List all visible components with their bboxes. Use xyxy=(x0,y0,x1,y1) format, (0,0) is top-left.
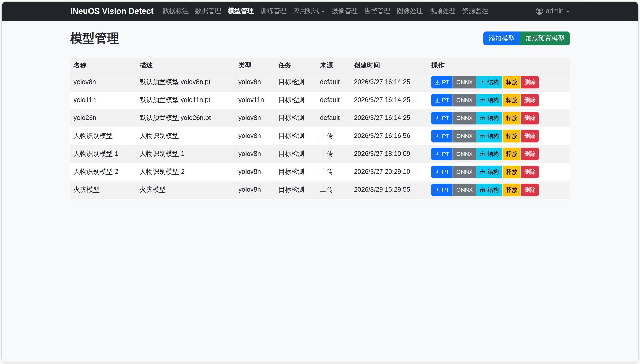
brand-logo[interactable]: iNeuOS Vision Detect xyxy=(70,6,154,16)
delete-button-label: 删除 xyxy=(524,167,536,176)
load-preset-model-button[interactable]: 加载预置模型 xyxy=(520,31,570,45)
cell-source: 上传 xyxy=(317,145,351,163)
download-pt-button[interactable]: PT xyxy=(431,112,453,124)
page-actions: 添加模型 加载预置模型 xyxy=(483,31,570,45)
delete-button[interactable]: 删除 xyxy=(521,183,539,196)
download-icon xyxy=(435,151,440,157)
add-model-button[interactable]: 添加模型 xyxy=(483,31,520,45)
download-pt-button[interactable]: PT xyxy=(431,147,453,160)
structure-button[interactable]: 结构 xyxy=(477,183,502,196)
release-button-label: 释放 xyxy=(506,149,517,158)
cell-actions: PT ONNX 结构 释放 删除 xyxy=(428,127,570,145)
column-header-created: 创建时间 xyxy=(351,58,428,73)
cell-source: default xyxy=(317,73,351,91)
cell-task: 目标检测 xyxy=(275,181,317,199)
main-content: 模型管理 添加模型 加载预置模型 名称 描述 类型 任务 xyxy=(70,31,570,199)
download-icon xyxy=(435,187,440,193)
nav-item-camera-management[interactable]: 摄像管理 xyxy=(328,5,361,18)
table-row: 人物识别模型-2 人物识别模型-2 yolov8n 目标检测 上传 2026/3… xyxy=(70,163,570,181)
structure-button[interactable]: 结构 xyxy=(477,112,502,124)
column-header-type: 类型 xyxy=(235,58,275,73)
nav-item-model-management[interactable]: 模型管理 xyxy=(224,5,257,18)
column-header-source: 来源 xyxy=(317,58,351,73)
release-button-label: 释放 xyxy=(506,185,517,194)
table-row: 火灾模型 火灾模型 yolov8n 目标检测 上传 2026/3/29 15:2… xyxy=(70,181,570,199)
nav-item-training-management[interactable]: 训练管理 xyxy=(257,5,290,18)
delete-button[interactable]: 删除 xyxy=(521,147,539,160)
structure-button[interactable]: 结构 xyxy=(477,94,502,106)
onnx-button[interactable]: ONNX xyxy=(453,76,476,88)
download-pt-button[interactable]: PT xyxy=(431,129,453,142)
structure-button[interactable]: 结构 xyxy=(477,76,502,88)
diagram-icon xyxy=(480,79,485,85)
cell-task: 目标检测 xyxy=(275,145,317,163)
cell-actions: PT ONNX 结构 释放 删除 xyxy=(428,109,570,127)
release-button[interactable]: 释放 xyxy=(503,94,520,106)
onnx-button[interactable]: ONNX xyxy=(453,165,476,178)
scale-wrapper: iNeuOS Vision Detect 数据标注 数据管理 模型管理 训练管理… xyxy=(0,0,640,364)
release-button[interactable]: 释放 xyxy=(503,76,520,88)
cell-actions: PT ONNX 结构 释放 删除 xyxy=(428,91,570,109)
cell-name: 人物识别模型 xyxy=(70,127,136,145)
delete-button[interactable]: 删除 xyxy=(521,165,539,178)
cell-type: yolov8n xyxy=(235,109,275,127)
onnx-button[interactable]: ONNX xyxy=(453,129,476,142)
nav-item-image-processing[interactable]: 图像处理 xyxy=(393,5,426,18)
download-pt-button[interactable]: PT xyxy=(431,76,453,88)
nav-item-label: 模型管理 xyxy=(228,6,254,16)
cell-source: 上传 xyxy=(317,181,351,199)
delete-button-label: 删除 xyxy=(524,149,536,158)
user-menu[interactable]: admin xyxy=(536,7,570,15)
person-circle-icon xyxy=(536,8,543,15)
cell-name: yolo26n xyxy=(70,109,136,127)
structure-button-label: 结构 xyxy=(487,167,499,176)
release-button[interactable]: 释放 xyxy=(503,165,520,178)
cell-source: default xyxy=(317,91,351,109)
cell-created: 2026/3/27 20:29:10 xyxy=(351,163,428,181)
cell-name: 人物识别模型-2 xyxy=(70,163,136,181)
release-button[interactable]: 释放 xyxy=(503,129,520,142)
nav-item-video-processing[interactable]: 视频处理 xyxy=(426,5,459,18)
cell-name: 火灾模型 xyxy=(70,181,136,199)
nav-item-alert-management[interactable]: 告警管理 xyxy=(361,5,393,18)
download-pt-button[interactable]: PT xyxy=(431,94,453,106)
release-button[interactable]: 释放 xyxy=(503,147,520,160)
pt-button-label: PT xyxy=(442,78,449,86)
delete-button-label: 删除 xyxy=(524,114,536,122)
cell-created: 2026/3/27 16:14:25 xyxy=(351,91,428,109)
download-pt-button[interactable]: PT xyxy=(431,183,453,196)
row-action-group: PT ONNX 结构 释放 删除 xyxy=(431,183,567,196)
onnx-button[interactable]: ONNX xyxy=(453,112,476,124)
nav-item-application-test[interactable]: 应用测试 xyxy=(290,5,328,18)
onnx-button[interactable]: ONNX xyxy=(453,147,476,160)
delete-button[interactable]: 删除 xyxy=(521,112,539,124)
download-icon xyxy=(435,169,440,175)
cell-type: yolov8n xyxy=(235,163,275,181)
cell-desc: 默认预置模型 yolo11n.pt xyxy=(136,91,235,109)
release-button-label: 释放 xyxy=(506,167,517,176)
structure-button[interactable]: 结构 xyxy=(477,165,502,178)
cell-desc: 默认预置模型 yolov8n.pt xyxy=(136,73,235,91)
delete-button[interactable]: 删除 xyxy=(521,129,539,142)
table-row: yolo11n 默认预置模型 yolo11n.pt yolov11n 目标检测 … xyxy=(70,91,570,109)
nav-item-data-annotation[interactable]: 数据标注 xyxy=(159,5,192,18)
structure-button[interactable]: 结构 xyxy=(477,147,502,160)
download-pt-button[interactable]: PT xyxy=(431,165,453,178)
nav-item-resource-monitoring[interactable]: 资源监控 xyxy=(459,5,491,18)
structure-button[interactable]: 结构 xyxy=(477,129,502,142)
onnx-button[interactable]: ONNX xyxy=(453,94,476,106)
nav-item-data-management[interactable]: 数据管理 xyxy=(192,5,224,18)
download-icon xyxy=(435,97,440,103)
onnx-button[interactable]: ONNX xyxy=(453,183,476,196)
cell-name: yolov8n xyxy=(70,73,136,91)
release-button[interactable]: 释放 xyxy=(503,183,520,196)
nav-links: 数据标注 数据管理 模型管理 训练管理 应用测试 摄像管理 告警管理 图像处理 … xyxy=(159,5,536,18)
delete-button[interactable]: 删除 xyxy=(521,76,539,88)
table-row: 人物识别模型-1 人物识别模型-1 yolov8n 目标检测 上传 2026/3… xyxy=(70,145,570,163)
structure-button-label: 结构 xyxy=(487,114,499,122)
release-button[interactable]: 释放 xyxy=(503,112,520,124)
cell-actions: PT ONNX 结构 释放 删除 xyxy=(428,73,570,91)
pt-button-label: PT xyxy=(442,114,449,122)
cell-actions: PT ONNX 结构 释放 删除 xyxy=(428,181,570,199)
delete-button[interactable]: 删除 xyxy=(521,94,539,106)
